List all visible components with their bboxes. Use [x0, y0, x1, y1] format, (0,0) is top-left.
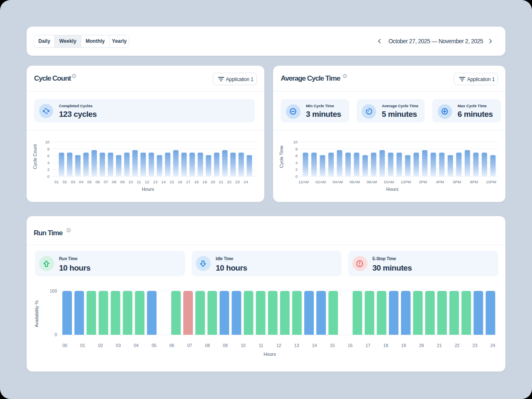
svg-text:12PM: 12PM	[401, 180, 411, 184]
svg-text:10AM: 10AM	[384, 180, 394, 184]
svg-text:8: 8	[47, 147, 49, 151]
svg-text:6: 6	[47, 153, 49, 158]
svg-text:07: 07	[187, 343, 192, 348]
svg-text:18: 18	[194, 180, 199, 184]
svg-text:17: 17	[365, 343, 370, 348]
svg-text:29: 29	[419, 343, 424, 348]
svg-text:19: 19	[202, 180, 207, 184]
svg-text:06: 06	[170, 343, 175, 348]
svg-text:10: 10	[45, 140, 49, 144]
svg-text:13: 13	[294, 343, 299, 348]
svg-text:08: 08	[205, 343, 210, 348]
svg-text:6PM: 6PM	[453, 180, 461, 184]
svg-text:21: 21	[437, 343, 442, 348]
svg-text:0: 0	[54, 332, 57, 337]
svg-text:05: 05	[87, 180, 92, 184]
svg-text:03: 03	[116, 343, 121, 348]
svg-text:08: 08	[112, 180, 116, 184]
svg-text:Hours: Hours	[386, 187, 399, 192]
svg-text:01: 01	[80, 343, 85, 348]
svg-text:10: 10	[128, 180, 133, 184]
svg-text:23: 23	[235, 180, 240, 184]
svg-text:2PM: 2PM	[419, 180, 427, 184]
svg-text:24: 24	[244, 180, 248, 184]
svg-text:08AM: 08AM	[367, 180, 377, 184]
svg-text:06: 06	[96, 180, 100, 184]
svg-text:Availability %: Availability %	[34, 300, 39, 327]
svg-text:4PM: 4PM	[436, 180, 444, 184]
svg-text:0: 0	[47, 174, 49, 179]
svg-text:Cycle Time: Cycle Time	[279, 145, 284, 168]
svg-text:22: 22	[227, 180, 232, 184]
svg-text:Hours: Hours	[264, 352, 276, 357]
svg-text:02: 02	[98, 343, 103, 348]
svg-text:16: 16	[348, 343, 353, 348]
svg-text:10PM: 10PM	[486, 180, 496, 184]
svg-text:17: 17	[186, 180, 191, 184]
svg-text:11: 11	[137, 180, 141, 184]
svg-text:09: 09	[223, 343, 228, 348]
svg-text:0: 0	[296, 174, 298, 179]
svg-text:02: 02	[63, 180, 67, 184]
svg-text:Cycle Count: Cycle Count	[32, 144, 37, 169]
svg-text:04: 04	[79, 180, 84, 184]
svg-text:16: 16	[178, 180, 182, 184]
svg-text:12AM: 12AM	[298, 180, 309, 184]
svg-text:13: 13	[153, 180, 158, 184]
svg-text:06AM: 06AM	[350, 180, 360, 184]
svg-text:00: 00	[62, 343, 67, 348]
svg-text:03: 03	[71, 180, 75, 184]
svg-text:04AM: 04AM	[332, 180, 343, 184]
svg-text:20: 20	[211, 180, 215, 184]
svg-text:01: 01	[54, 180, 59, 184]
svg-text:2: 2	[47, 167, 49, 172]
svg-text:07: 07	[104, 180, 108, 184]
svg-text:19: 19	[401, 343, 406, 348]
svg-text:15: 15	[330, 343, 335, 348]
svg-text:09: 09	[120, 180, 125, 184]
svg-text:23: 23	[473, 343, 478, 348]
svg-text:11: 11	[259, 343, 263, 348]
svg-text:14: 14	[312, 343, 317, 348]
svg-text:21: 21	[219, 180, 224, 184]
svg-text:2: 2	[296, 167, 298, 172]
svg-text:04: 04	[134, 343, 139, 348]
svg-text:15: 15	[170, 180, 174, 184]
svg-text:Hours: Hours	[142, 187, 154, 192]
svg-text:22: 22	[455, 343, 460, 348]
svg-text:4: 4	[47, 160, 49, 165]
svg-text:100: 100	[49, 288, 57, 293]
svg-text:18: 18	[383, 343, 388, 348]
svg-text:6: 6	[296, 153, 298, 158]
svg-text:8: 8	[296, 147, 298, 151]
svg-text:4: 4	[296, 160, 298, 165]
svg-text:05: 05	[152, 343, 157, 348]
svg-text:02AM: 02AM	[315, 180, 326, 184]
svg-text:8PM: 8PM	[470, 180, 478, 184]
svg-text:24: 24	[490, 343, 495, 348]
svg-text:10: 10	[293, 140, 298, 144]
svg-text:14: 14	[161, 180, 166, 184]
svg-text:10: 10	[241, 343, 246, 348]
svg-text:12: 12	[145, 180, 150, 184]
svg-text:12: 12	[276, 343, 281, 348]
